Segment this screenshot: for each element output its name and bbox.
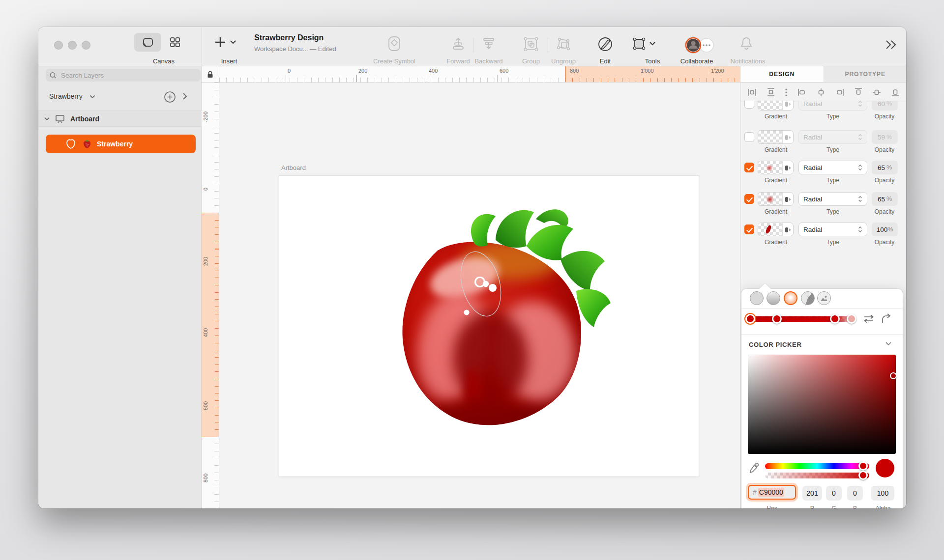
reverse-gradient-icon[interactable] <box>862 314 875 323</box>
gradient-type-select[interactable]: Radial <box>798 161 867 174</box>
page-selector[interactable]: Strawberry <box>38 88 202 106</box>
fill-checkbox[interactable] <box>744 101 754 109</box>
fill-type-radial-gradient[interactable] <box>784 291 797 305</box>
insert-label[interactable]: Insert <box>221 57 237 65</box>
hue-handle[interactable] <box>858 461 868 471</box>
horizontal-ruler[interactable]: 0 200 400 600 800 1'000 1'200 <box>219 66 740 83</box>
gradient-swatch[interactable] <box>758 130 794 144</box>
opacity-field[interactable]: 59% <box>872 130 898 144</box>
fill-checkbox[interactable] <box>744 132 754 142</box>
align-center-horizontal-icon[interactable] <box>817 88 826 97</box>
group-label[interactable]: Group <box>522 57 540 65</box>
blue-input[interactable]: 0 <box>847 486 863 501</box>
align-center-vertical-icon[interactable] <box>872 88 881 97</box>
edit-icon[interactable] <box>597 36 614 53</box>
create-symbol-label[interactable]: Create Symbol <box>373 57 415 65</box>
rotate-gradient-icon[interactable] <box>881 313 892 323</box>
gradient-edge-handle[interactable] <box>464 309 469 315</box>
gradient-stop-handle[interactable] <box>483 281 489 287</box>
align-top-icon[interactable] <box>854 87 863 97</box>
artboard-canvas-label[interactable]: Artboard <box>281 164 306 171</box>
gradient-swatch[interactable] <box>758 192 794 206</box>
gradient-stop-handle[interactable] <box>489 284 497 292</box>
gradient-swatch[interactable] <box>758 161 794 174</box>
toolbar-overflow-icon[interactable] <box>884 39 898 50</box>
canvas-area[interactable]: Artboard <box>219 83 740 508</box>
hue-slider[interactable] <box>765 463 869 469</box>
fill-type-flat[interactable] <box>750 291 764 305</box>
collapse-section-chevron-icon[interactable] <box>885 341 892 346</box>
fill-type-linear-gradient[interactable] <box>767 291 780 305</box>
distribute-vertical-icon[interactable] <box>767 87 775 97</box>
opacity-field[interactable]: 65% <box>872 161 898 174</box>
fill-type-image[interactable] <box>817 291 831 305</box>
gradient-type-select[interactable]: Radial <box>798 101 867 111</box>
red-input[interactable]: 201 <box>802 486 822 501</box>
backward-label[interactable]: Backward <box>474 57 502 65</box>
backward-icon[interactable] <box>481 36 497 52</box>
disclosure-chevron-icon[interactable] <box>44 117 50 121</box>
hex-input[interactable]: # C90000 <box>748 485 796 500</box>
align-left-icon[interactable] <box>797 88 807 97</box>
gradient-stop[interactable] <box>847 314 856 324</box>
notifications-label[interactable]: Notifications <box>731 57 766 65</box>
expand-pages-button[interactable] <box>182 92 187 100</box>
close-button[interactable] <box>54 41 63 50</box>
opacity-field[interactable]: 100% <box>872 223 898 236</box>
insert-icon[interactable] <box>214 36 236 49</box>
align-right-icon[interactable] <box>835 88 844 97</box>
distribute-horizontal-icon[interactable] <box>747 88 757 97</box>
edit-label[interactable]: Edit <box>600 57 611 65</box>
align-bottom-icon[interactable] <box>891 87 900 97</box>
alpha-label: Alpha <box>876 505 891 508</box>
green-input[interactable]: 0 <box>826 486 842 501</box>
search-field[interactable]: Search Layers <box>46 69 201 82</box>
gradient-type-select[interactable]: Radial <box>798 223 867 236</box>
zoom-button[interactable] <box>82 41 90 50</box>
tab-prototype[interactable]: PROTOTYPE <box>824 66 907 82</box>
fill-checkbox[interactable] <box>744 163 754 172</box>
ungroup-icon[interactable] <box>555 36 572 53</box>
color-selection-handle[interactable] <box>890 372 897 379</box>
forward-label[interactable]: Forward <box>446 57 470 65</box>
collaborate-label[interactable]: Collaborate <box>680 57 713 65</box>
opacity-field[interactable]: 65% <box>872 192 898 206</box>
alpha-input[interactable]: 100 <box>871 486 894 501</box>
ungroup-label[interactable]: Ungroup <box>551 57 576 65</box>
notifications-icon[interactable] <box>739 36 753 51</box>
gradient-stop[interactable] <box>830 314 840 324</box>
saturation-brightness-area[interactable] <box>748 355 896 454</box>
strawberry-illustration[interactable] <box>364 196 629 432</box>
canvas-view-button[interactable] <box>134 33 161 52</box>
gradient-stop-selected[interactable] <box>745 314 755 324</box>
tab-design[interactable]: DESIGN <box>740 66 824 82</box>
artboard-row[interactable]: Artboard <box>38 111 202 127</box>
alpha-handle[interactable] <box>858 471 868 480</box>
collaborate-avatar[interactable] <box>682 36 717 55</box>
alpha-slider[interactable] <box>765 473 869 478</box>
tools-label[interactable]: Tools <box>645 57 660 65</box>
layer-row-strawberry[interactable]: Strawberry <box>46 135 196 153</box>
gradient-swatch[interactable] <box>758 101 794 111</box>
gradient-swatch[interactable] <box>758 223 794 236</box>
group-icon[interactable] <box>523 36 539 53</box>
add-page-button[interactable] <box>164 91 176 103</box>
forward-icon[interactable] <box>450 36 466 52</box>
minimize-button[interactable] <box>68 41 77 50</box>
fill-type-angular-gradient[interactable] <box>801 291 815 305</box>
fill-checkbox[interactable] <box>744 194 754 204</box>
vertical-ruler[interactable]: -200 0 200 400 600 800 <box>202 83 219 508</box>
fill-checkbox[interactable] <box>744 224 754 234</box>
gradient-type-select[interactable]: Radial <box>798 130 867 144</box>
more-options-icon[interactable] <box>785 88 788 97</box>
gradient-stop[interactable] <box>772 314 782 324</box>
opacity-field[interactable]: 60% <box>872 101 898 111</box>
opacity-label: Opacity <box>875 177 895 184</box>
eyedropper-icon[interactable] <box>748 462 760 474</box>
create-symbol-icon[interactable] <box>387 36 402 52</box>
components-view-button[interactable] <box>161 33 188 52</box>
ruler-lock[interactable] <box>202 66 219 83</box>
layer-name: Strawberry <box>97 140 133 148</box>
tools-icon[interactable] <box>631 36 657 52</box>
gradient-type-select[interactable]: Radial <box>798 192 867 206</box>
